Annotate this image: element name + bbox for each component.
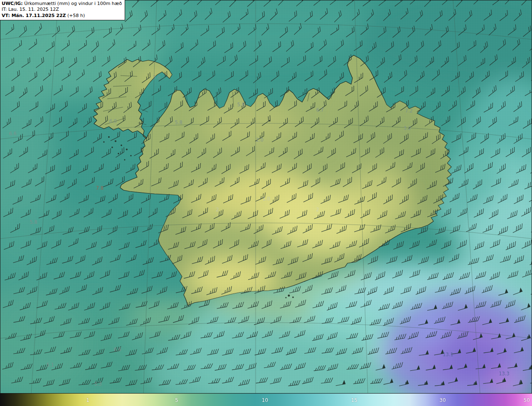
precip-value-label: 7.2 [405,108,413,114]
valid-time-main: VT: Mán. 17.11.2025 22Z [2,13,66,18]
colorbar-ticks: 1510153050 [0,394,532,406]
precip-value-label: 7.8 [96,185,103,191]
product-name: Úrkomumætti (mm) og vindur i 100m hæð [23,1,122,6]
valid-time: VT: Mán. 17.11.2025 22Z (+58 h) [2,13,122,19]
precip-value-label: 13.3 [499,371,510,377]
valid-time-offset: (+58 h) [66,13,85,18]
product-title: UWC/IG: Úrkomumætti (mm) og vindur i 100… [2,1,122,7]
precip-value-label: 5.8 [30,219,37,225]
precip-value-label: 2.0 [256,137,264,143]
map-canvas: 3.05.86.77.23.26.05.86.62.07.85.81.0226.… [0,0,532,394]
colorbar-tick-label: 5 [175,397,178,403]
model-name: UWC/IG: [2,1,23,6]
weather-map: 3.05.86.77.23.26.05.86.62.07.85.81.0226.… [0,0,532,406]
colorbar-tick-label: 10 [262,397,268,403]
precip-value-label: 6.7 [316,107,324,113]
precip-value-label: 2 [316,207,319,213]
colorbar: 1510153050 [0,393,532,406]
title-box: UWC/IG: Úrkomumætti (mm) og vindur i 100… [0,0,125,20]
precip-value-label: 5.1 [47,362,54,368]
precip-value-label: 6.6 [114,347,121,352]
precip-value-label: 1.0 [263,196,270,202]
precip-value-label: 3.0 [153,75,160,81]
colorbar-tick-label: 15 [351,397,357,403]
colorbar-tick-label: 1 [86,397,89,403]
precip-value-label: 5.8 [175,120,182,125]
init-time: IT: Lau. 15. 11. 2025 12Z [2,7,122,12]
precip-value-label: 6.0 [109,118,117,124]
precip-value-label: 3.2 [404,125,411,131]
precip-value-label: 2 [216,207,219,213]
precip-value-label: 13.1 [443,352,453,357]
precip-value-label: 6.6 [9,131,17,137]
colorbar-tick-label: 50 [524,397,530,403]
precip-value-label: 5.3 [94,381,102,387]
precip-value-label: 5.8 [237,102,245,108]
colorbar-tick-label: 30 [439,397,446,403]
